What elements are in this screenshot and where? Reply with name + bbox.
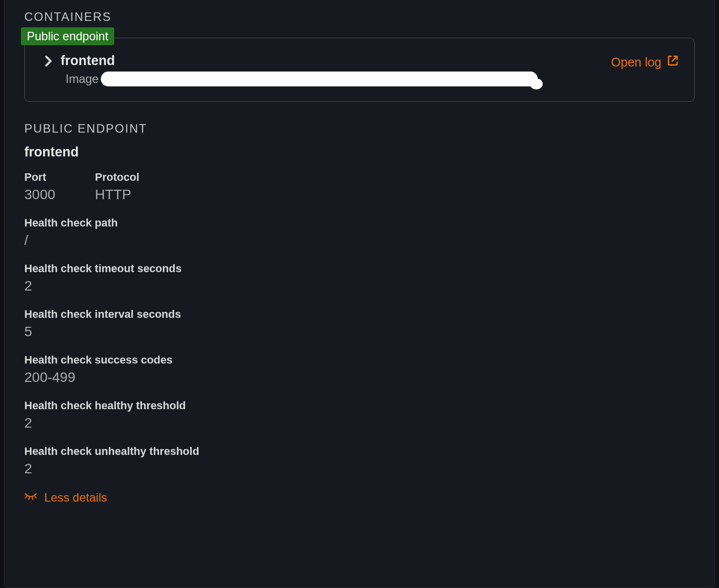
protocol-value: HTTP	[95, 187, 139, 203]
svg-line-0	[25, 496, 27, 498]
health-healthy-value: 2	[24, 415, 695, 431]
external-link-icon	[666, 54, 679, 70]
containers-section-label: CONTAINERS	[24, 10, 695, 24]
eye-collapse-icon	[24, 491, 37, 505]
health-timeout-field: Health check timeout seconds 2	[24, 262, 695, 294]
health-interval-field: Health check interval seconds 5	[24, 308, 695, 340]
container-name: frontend	[61, 53, 115, 69]
svg-line-1	[29, 497, 29, 500]
health-success-field: Health check success codes 200-499	[24, 354, 695, 385]
less-details-label: Less details	[44, 491, 107, 505]
health-success-value: 200-499	[24, 369, 695, 385]
health-unhealthy-value: 2	[24, 461, 695, 477]
health-unhealthy-label: Health check unhealthy threshold	[24, 445, 695, 458]
panel: CONTAINERS Public endpoint frontend Imag…	[4, 0, 715, 588]
less-details-toggle[interactable]: Less details	[24, 491, 695, 505]
container-card: Public endpoint frontend Image Open log	[24, 38, 695, 102]
svg-line-2	[32, 497, 33, 500]
open-log-label: Open log	[611, 55, 661, 70]
public-endpoint-name: frontend	[24, 145, 695, 160]
public-endpoint-badge: Public endpoint	[21, 27, 114, 45]
health-healthy-field: Health check healthy threshold 2	[24, 399, 695, 431]
svg-line-3	[35, 496, 36, 498]
health-path-value: /	[24, 232, 695, 248]
health-interval-value: 5	[24, 324, 695, 340]
health-timeout-value: 2	[24, 278, 695, 294]
chevron-right-icon[interactable]	[45, 55, 53, 67]
image-value-redacted	[101, 72, 538, 86]
health-healthy-label: Health check healthy threshold	[24, 399, 695, 412]
open-log-link[interactable]: Open log	[611, 54, 679, 70]
health-path-field: Health check path /	[24, 217, 695, 248]
health-unhealthy-field: Health check unhealthy threshold 2	[24, 445, 695, 477]
health-path-label: Health check path	[24, 217, 695, 229]
public-endpoint-section: PUBLIC ENDPOINT frontend Port 3000 Proto…	[24, 122, 695, 505]
health-success-label: Health check success codes	[24, 354, 695, 367]
image-label: Image	[66, 72, 99, 86]
port-label: Port	[24, 171, 55, 184]
port-field: Port 3000	[24, 171, 55, 203]
health-timeout-label: Health check timeout seconds	[24, 262, 695, 275]
protocol-label: Protocol	[95, 171, 139, 184]
protocol-field: Protocol HTTP	[95, 171, 139, 203]
health-interval-label: Health check interval seconds	[24, 308, 695, 321]
public-endpoint-section-label: PUBLIC ENDPOINT	[24, 122, 695, 136]
port-value: 3000	[24, 187, 55, 203]
